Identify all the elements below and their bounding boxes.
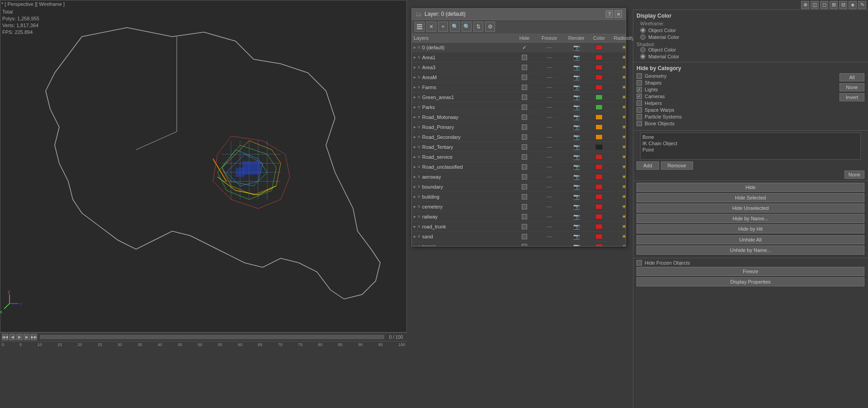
hide-checkbox[interactable] <box>522 75 527 80</box>
layer-color-cell[interactable] <box>590 85 608 90</box>
layer-row[interactable]: ▸ ≡ Area1 ---- 📷 ☀ <box>412 52 626 62</box>
play-next-frame-btn[interactable]: ▶ <box>24 334 30 340</box>
icon-btn-7[interactable]: ✎ <box>858 1 866 9</box>
play-next-btn[interactable]: ▶▶ <box>31 334 37 340</box>
play-prev-frame-btn[interactable]: ◀ <box>9 334 15 340</box>
hide-checkbox[interactable] <box>522 95 527 100</box>
layer-row[interactable]: ▸ ≡ AreaM ---- 📷 ☀ <box>412 72 626 82</box>
remove-btn[interactable]: Remove <box>661 161 693 170</box>
layer-color-cell[interactable] <box>590 244 608 247</box>
hide-checkbox[interactable] <box>522 104 527 110</box>
layer-row[interactable]: ▸ ≡ cemetery ---- 📷 ☀ <box>412 202 626 212</box>
hide-btn[interactable]: Hide <box>637 183 864 192</box>
layer-row[interactable]: ▸ ≡ Road_unclassified ---- 📷 ☀ <box>412 162 626 172</box>
hide-checkbox[interactable] <box>522 174 527 180</box>
layer-row[interactable]: ▸ ≡ 0 (default) ✓ ---- 📷 ☀ <box>412 43 626 52</box>
color-swatch[interactable] <box>595 184 603 190</box>
icon-btn-2[interactable]: ◫ <box>811 1 819 9</box>
layer-row[interactable]: ▸ ≡ road_trunk ---- 📷 ☀ <box>412 222 626 232</box>
layer-color-cell[interactable] <box>590 194 608 199</box>
color-swatch[interactable] <box>595 85 603 90</box>
color-swatch[interactable] <box>595 224 603 229</box>
hide-checkbox[interactable] <box>522 224 527 229</box>
cat-check-bones[interactable] <box>637 121 642 126</box>
layer-row[interactable]: ▸ ≡ Area3 ---- 📷 ☀ <box>412 62 626 72</box>
wireframe-object-color-radio[interactable] <box>640 28 646 33</box>
icon-btn-3[interactable]: ◻ <box>820 1 828 9</box>
cat-check-particles[interactable] <box>637 114 642 119</box>
cat-check-spacewarps[interactable] <box>637 107 642 113</box>
wireframe-material-color-radio[interactable] <box>640 34 646 40</box>
layer-color-cell[interactable] <box>590 95 608 100</box>
layer-row[interactable]: ▸ ≡ Road_Motorway ---- 📷 ☀ <box>412 112 626 122</box>
hide-checkbox[interactable] <box>522 194 527 199</box>
layer-row[interactable]: ▸ ≡ aeroway ---- 📷 ☀ <box>412 172 626 182</box>
layer-color-cell[interactable] <box>590 55 608 60</box>
dialog-help-btn[interactable]: ? <box>606 10 613 18</box>
icon-btn-5[interactable]: ⊟ <box>839 1 847 9</box>
color-swatch[interactable] <box>595 75 603 80</box>
layer-row[interactable]: ▸ ≡ terrain ---- 📷 ☀ <box>412 242 626 246</box>
layer-row[interactable]: ▸ ≡ Road_Tertiary ---- 📷 ☀ <box>412 142 626 152</box>
hide-checkbox[interactable] <box>522 244 527 247</box>
layer-color-cell[interactable] <box>590 134 608 140</box>
cat-none-btn[interactable]: None <box>840 83 864 91</box>
layer-color-cell[interactable] <box>590 114 608 120</box>
color-swatch[interactable] <box>595 65 603 70</box>
color-swatch[interactable] <box>595 244 603 247</box>
dialog-close-btn[interactable]: ✕ <box>615 10 622 18</box>
hide-checkbox[interactable] <box>522 85 527 90</box>
color-swatch[interactable] <box>595 204 603 209</box>
unhide-by-name-btn[interactable]: Unhide by Name... <box>637 246 864 255</box>
add-btn[interactable]: Add <box>637 161 659 170</box>
layer-row[interactable]: ▸ ≡ Farms ---- 📷 ☀ <box>412 82 626 92</box>
layer-row[interactable]: ▸ ≡ boundary ---- 📷 ☀ <box>412 182 626 192</box>
layer-row[interactable]: ▸ ≡ Green_areas1 ---- 📷 ☀ <box>412 92 626 102</box>
hide-by-name-btn[interactable]: Hide by Name... <box>637 214 864 223</box>
icon-btn-6[interactable]: ◈ <box>849 1 857 9</box>
hide-checkbox[interactable] <box>522 134 527 140</box>
layer-color-cell[interactable] <box>590 75 608 80</box>
hide-checkbox[interactable] <box>522 164 527 170</box>
hide-checkbox[interactable] <box>522 55 527 60</box>
icon-btn-4[interactable]: ⊞ <box>830 1 838 9</box>
color-swatch[interactable] <box>595 114 603 120</box>
color-swatch[interactable] <box>595 134 603 140</box>
layer-btn-find2[interactable]: 🔍 <box>462 22 472 32</box>
layer-color-cell[interactable] <box>590 174 608 180</box>
cat-check-cameras[interactable] <box>637 94 642 99</box>
color-swatch[interactable] <box>595 95 603 100</box>
layer-row[interactable]: ▸ ≡ Road_Secondary ---- 📷 ☀ <box>412 132 626 142</box>
layer-row[interactable]: ▸ ≡ Road_Primary ---- 📷 ☀ <box>412 122 626 132</box>
cat-invert-btn[interactable]: Invert <box>840 93 864 101</box>
shaded-material-color-radio[interactable] <box>640 54 646 59</box>
display-properties-btn[interactable]: Display Properties <box>637 277 864 286</box>
layer-btn-find[interactable]: 🔍 <box>450 22 460 32</box>
hide-checkbox[interactable] <box>522 184 527 190</box>
color-swatch[interactable] <box>595 45 603 50</box>
color-swatch[interactable] <box>595 124 603 130</box>
cat-check-helpers[interactable] <box>637 100 642 106</box>
none-btn[interactable]: None <box>844 171 864 179</box>
layer-color-cell[interactable] <box>590 224 608 229</box>
play-prev-btn[interactable]: ◀◀ <box>2 334 8 340</box>
hide-checkbox[interactable] <box>522 144 527 150</box>
hide-checkbox[interactable] <box>522 65 527 70</box>
layer-color-cell[interactable] <box>590 184 608 190</box>
layer-color-cell[interactable] <box>590 164 608 170</box>
layer-color-cell[interactable] <box>590 124 608 130</box>
cat-check-lights[interactable] <box>637 87 642 92</box>
unhide-all-btn[interactable]: Unhide All <box>637 235 864 244</box>
hide-checkbox[interactable] <box>522 154 527 160</box>
hide-checkbox[interactable] <box>522 114 527 120</box>
hide-checkbox[interactable] <box>522 234 527 239</box>
hide-selected-btn[interactable]: Hide Selected <box>637 193 864 202</box>
color-swatch[interactable] <box>595 164 603 170</box>
layer-btn-move[interactable]: ⇅ <box>473 22 483 32</box>
hide-checkbox[interactable] <box>522 124 527 130</box>
layer-color-cell[interactable] <box>590 234 608 239</box>
layer-color-cell[interactable] <box>590 104 608 110</box>
color-swatch[interactable] <box>595 234 603 239</box>
color-swatch[interactable] <box>595 144 603 150</box>
layer-row[interactable]: ▸ ≡ Road_service ---- 📷 ☀ <box>412 152 626 162</box>
